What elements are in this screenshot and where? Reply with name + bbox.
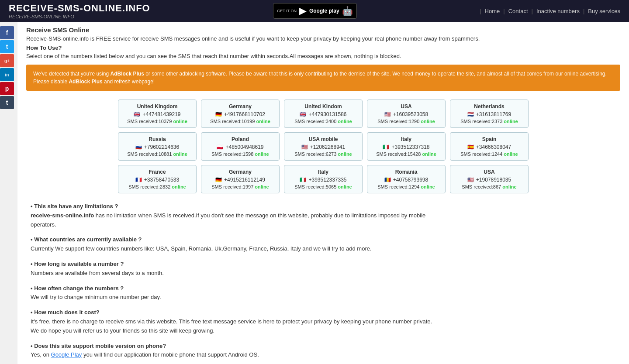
flag-number: 🇳🇱 +31613811769	[455, 111, 524, 117]
country-name: USA	[372, 103, 441, 110]
sms-received: SMS received:10881 online	[123, 151, 192, 157]
google-play-button[interactable]: GET IT ON ▶ Google play 🤖	[273, 3, 356, 19]
faq-mobile: • Does this site support mobile version …	[31, 342, 441, 360]
flag-number: 🇺🇸 +19078918035	[455, 177, 524, 183]
online-status: online	[422, 151, 436, 157]
country-name: United Kingdom	[123, 103, 192, 110]
online-status: online	[338, 119, 352, 124]
country-name: Spain	[455, 136, 524, 142]
sms-received: SMS received:1244 online	[455, 151, 524, 157]
nav-home[interactable]: Home	[485, 8, 500, 14]
numbers-grid: United Kingdom 🇬🇧 +447481439219 SMS rece…	[114, 100, 533, 193]
online-status: online	[421, 184, 435, 189]
number-card-1[interactable]: Germany 🇩🇪 +4917668110702 SMS received:1…	[201, 100, 280, 128]
nav-sep-2: |	[503, 8, 505, 14]
country-name: Poland	[206, 136, 275, 142]
flag-number: 🇺🇸 +12062268941	[289, 144, 358, 150]
nav-inactive-numbers[interactable]: Inactive numbers	[536, 8, 580, 14]
phone-number: +19078918035	[476, 177, 511, 183]
google-play-icon: ▶	[299, 5, 307, 17]
number-card-3[interactable]: USA 🇺🇸 +16039523058 SMS received:1290 on…	[367, 100, 446, 128]
adblock-warning: We've detected that you're using AdBlock…	[26, 65, 620, 91]
number-card-14[interactable]: USA 🇺🇸 +19078918035 SMS received:867 onl…	[450, 165, 529, 193]
faq-q-countries: • What countries are currently available…	[31, 235, 441, 244]
number-card-0[interactable]: United Kingdom 🇬🇧 +447481439219 SMS rece…	[118, 100, 197, 128]
faq-change: • How often change the numbers ? We will…	[31, 284, 441, 302]
flag-icon: 🇷🇺	[135, 144, 142, 150]
flag-icon: 🇳🇱	[467, 111, 474, 117]
google-play-link[interactable]: Google Play	[51, 351, 82, 358]
country-name: Italy	[289, 169, 358, 175]
faq-q-mobile: • Does this site support mobile version …	[31, 342, 441, 351]
logo-wrap: RECEIVE-SMS-ONLINE.INFO RECEIVE-SMS-ONLI…	[9, 3, 150, 19]
phone-number: +12062268941	[310, 144, 345, 150]
google-play-name: Google play	[309, 8, 339, 14]
faq-availability: • How long is available a number ? Numbe…	[31, 260, 441, 278]
sms-received: SMS received:867 online	[455, 184, 524, 189]
social-googleplus[interactable]: g+	[0, 54, 14, 67]
social-sidebar: f t g+ in p t	[0, 26, 14, 109]
nav-contact[interactable]: Contact	[508, 8, 528, 14]
number-card-13[interactable]: Romania 🇷🇴 +40758793698 SMS received:129…	[367, 165, 446, 193]
phone-number: +4915216112149	[224, 177, 265, 183]
number-card-8[interactable]: Italy 🇮🇹 +393512337318 SMS received:1542…	[367, 132, 446, 161]
sms-received: SMS received:6273 online	[289, 151, 358, 157]
nav-buy-services[interactable]: Buy services	[588, 8, 620, 14]
social-linkedin[interactable]: in	[0, 68, 14, 81]
number-card-10[interactable]: France 🇫🇷 +33758470533 SMS received:2832…	[118, 165, 197, 193]
adblock-end: and refresh webpage!	[103, 79, 155, 85]
phone-number: +31613811769	[476, 111, 511, 117]
number-card-7[interactable]: USA mobile 🇺🇸 +12062268941 SMS received:…	[284, 132, 363, 161]
social-facebook[interactable]: f	[0, 26, 14, 39]
faq-a-countries: Currently We support few countries numbe…	[31, 244, 441, 254]
adblock-bold1: AdBlock Plus	[110, 71, 144, 77]
faq-a-mobile: Yes, on Google Play you will find our ap…	[31, 350, 441, 360]
online-status: online	[338, 151, 352, 157]
flag-number: 🇷🇺 +79602214636	[123, 144, 192, 150]
flag-icon: 🇪🇸	[467, 144, 474, 150]
online-status: online	[172, 184, 186, 189]
number-card-4[interactable]: Netherlands 🇳🇱 +31613811769 SMS received…	[450, 100, 529, 128]
flag-number: 🇩🇪 +4917668110702	[206, 111, 275, 117]
online-status: online	[255, 184, 269, 189]
android-icon: 🤖	[342, 6, 353, 16]
google-play-get: GET IT ON	[277, 9, 297, 13]
sms-received: SMS received:15428 online	[372, 151, 441, 157]
flag-number: 🇮🇹 +393512337318	[372, 144, 441, 150]
adblock-msg: We've detected that you're using	[33, 71, 110, 77]
flag-icon: 🇺🇸	[384, 111, 391, 117]
phone-number: +4917668110702	[224, 111, 265, 117]
phone-number: +40758793698	[393, 177, 428, 183]
nav-sep-3: |	[532, 8, 533, 14]
online-status: online	[504, 119, 518, 124]
number-card-5[interactable]: Russia 🇷🇺 +79602214636 SMS received:1088…	[118, 132, 197, 161]
social-pinterest[interactable]: p	[0, 82, 14, 95]
flag-icon: 🇺🇸	[301, 144, 308, 150]
social-tumblr[interactable]: t	[0, 96, 14, 109]
online-status: online	[256, 119, 270, 124]
faq-cost: • How much does it cost? It's free, ther…	[31, 308, 441, 335]
number-card-2[interactable]: United Kindom 🇬🇧 +447930131586 SMS recei…	[284, 100, 363, 128]
online-status: online	[338, 184, 352, 189]
number-card-9[interactable]: Spain 🇪🇸 +34666308047 SMS received:1244 …	[450, 132, 529, 161]
faq-limitations: • This site have any limitations ? recei…	[31, 202, 441, 229]
faq-a-limitations: receive-sms-online.info has no limitatio…	[31, 211, 441, 230]
flag-number: 🇮🇹 +393512337335	[289, 177, 358, 183]
number-card-12[interactable]: Italy 🇮🇹 +393512337335 SMS received:5065…	[284, 165, 363, 193]
flag-number: 🇷🇴 +40758793698	[372, 177, 441, 183]
flag-number: 🇩🇪 +4915216112149	[206, 177, 275, 183]
sms-received: SMS received:2832 online	[123, 184, 192, 189]
online-status: online	[173, 151, 187, 157]
faq-q-limitations: • This site have any limitations ?	[31, 202, 441, 211]
sms-received: SMS received:1598 online	[206, 151, 275, 157]
faq-section: • This site have any limitations ? recei…	[26, 202, 446, 364]
flag-icon: 🇵🇱	[217, 144, 223, 150]
number-card-11[interactable]: Germany 🇩🇪 +4915216112149 SMS received:1…	[201, 165, 280, 193]
number-card-6[interactable]: Poland 🇵🇱 +485004948619 SMS received:159…	[201, 132, 280, 161]
sms-received: SMS received:5065 online	[289, 184, 358, 189]
sms-received: SMS received:3400 online	[289, 119, 358, 124]
phone-number: +485004948619	[225, 144, 263, 150]
main-content: Receive SMS Online Receive-SMS-online.in…	[17, 22, 629, 364]
social-twitter[interactable]: t	[0, 40, 14, 53]
sms-received: SMS received:2373 online	[455, 119, 524, 124]
